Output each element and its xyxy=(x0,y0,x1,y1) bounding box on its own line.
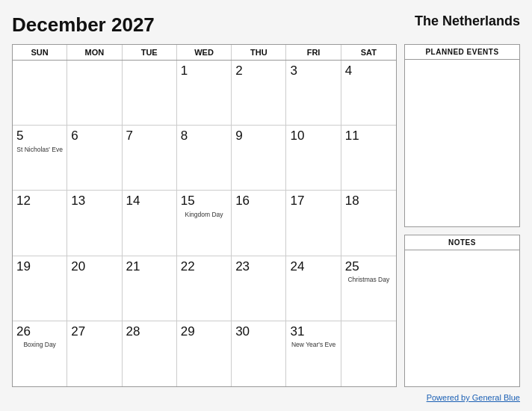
day-number: 25 xyxy=(345,259,359,274)
cal-cell: 24 xyxy=(286,256,341,321)
day-number: 17 xyxy=(290,194,304,208)
cal-cell xyxy=(67,61,122,126)
event-label: Kingdom Day xyxy=(181,211,227,218)
calendar-section: SUNMONTUEWEDTHUFRISAT 12345St Nicholas' … xyxy=(12,44,397,387)
day-number: 16 xyxy=(235,194,250,208)
day-number: 2 xyxy=(235,64,242,78)
day-number: 4 xyxy=(345,64,352,78)
cal-cell: 9 xyxy=(232,126,286,191)
day-headers: SUNMONTUEWEDTHUFRISAT xyxy=(13,45,396,61)
day-number: 24 xyxy=(290,259,304,274)
day-header-sat: SAT xyxy=(341,45,396,60)
notes-content xyxy=(405,250,519,386)
day-number: 6 xyxy=(71,129,78,143)
day-number: 30 xyxy=(235,324,250,339)
page: December 2027 The Netherlands SUNMONTUEW… xyxy=(0,0,532,411)
cal-cell: 5St Nicholas' Eve xyxy=(13,126,67,191)
cal-cell: 3 xyxy=(286,61,341,126)
day-number: 9 xyxy=(235,129,242,143)
day-header-wed: WED xyxy=(177,45,232,60)
day-number: 13 xyxy=(71,194,85,208)
cal-cell: 4 xyxy=(341,61,396,126)
cal-cell: 12 xyxy=(13,191,67,256)
day-number: 10 xyxy=(290,129,304,143)
cal-cell: 14 xyxy=(123,191,177,256)
day-header-thu: THU xyxy=(232,45,286,60)
day-number: 23 xyxy=(235,259,250,274)
footer: Powered by General Blue xyxy=(12,387,520,404)
main-area: SUNMONTUEWEDTHUFRISAT 12345St Nicholas' … xyxy=(12,44,520,387)
cal-cell: 26Boxing Day xyxy=(13,321,67,386)
month-title: December 2027 xyxy=(12,13,155,37)
cal-cell xyxy=(341,321,396,386)
cal-cell: 18 xyxy=(341,191,396,256)
day-number: 1 xyxy=(181,64,188,78)
cal-cell: 10 xyxy=(286,126,341,191)
cal-cell: 13 xyxy=(67,191,122,256)
cal-cell: 27 xyxy=(67,321,122,386)
day-number: 18 xyxy=(345,194,359,208)
planned-events-title: PLANNED EVENTS xyxy=(405,45,519,60)
country-title: The Netherlands xyxy=(415,13,520,29)
day-number: 12 xyxy=(16,194,31,208)
event-label: St Nicholas' Eve xyxy=(16,146,63,153)
cal-cell: 30 xyxy=(232,321,286,386)
event-label: Boxing Day xyxy=(16,341,63,348)
event-label: Christmas Day xyxy=(345,276,392,283)
day-number: 26 xyxy=(16,324,31,339)
cal-cell: 15Kingdom Day xyxy=(177,191,232,256)
notes-box: NOTES xyxy=(404,235,520,387)
day-number: 15 xyxy=(181,194,195,208)
powered-by-link[interactable]: Powered by General Blue xyxy=(427,393,520,402)
day-number: 29 xyxy=(181,324,195,339)
cal-cell: 22 xyxy=(177,256,232,321)
day-number: 28 xyxy=(126,324,140,339)
cal-cell: 17 xyxy=(286,191,341,256)
cal-cell xyxy=(123,61,177,126)
cal-cell xyxy=(13,61,67,126)
cal-cell: 28 xyxy=(123,321,177,386)
day-number: 14 xyxy=(126,194,140,208)
notes-title: NOTES xyxy=(405,235,519,250)
day-number: 21 xyxy=(126,259,140,274)
day-number: 3 xyxy=(290,64,297,78)
cal-cell: 25Christmas Day xyxy=(341,256,396,321)
cal-cell: 8 xyxy=(177,126,232,191)
cal-cell: 1 xyxy=(177,61,232,126)
day-number: 8 xyxy=(181,129,188,143)
day-number: 31 xyxy=(290,324,304,339)
cal-cell: 11 xyxy=(341,126,396,191)
day-header-mon: MON xyxy=(67,45,122,60)
day-header-fri: FRI xyxy=(286,45,341,60)
cal-cell: 16 xyxy=(232,191,286,256)
day-number: 20 xyxy=(71,259,85,274)
planned-events-content xyxy=(405,60,519,226)
day-number: 19 xyxy=(16,259,31,274)
cal-cell: 2 xyxy=(232,61,286,126)
day-number: 7 xyxy=(126,129,133,143)
event-label: New Year's Eve xyxy=(290,341,336,348)
calendar-grid: 12345St Nicholas' Eve6789101112131415Kin… xyxy=(13,61,396,386)
cal-cell: 31New Year's Eve xyxy=(286,321,341,386)
day-number: 27 xyxy=(71,324,85,339)
header-row: December 2027 The Netherlands xyxy=(12,13,520,37)
planned-events-box: PLANNED EVENTS xyxy=(404,44,520,227)
day-number: 11 xyxy=(345,129,359,143)
day-number: 5 xyxy=(16,129,23,143)
cal-cell: 21 xyxy=(123,256,177,321)
cal-cell: 6 xyxy=(67,126,122,191)
day-header-tue: TUE xyxy=(123,45,177,60)
day-header-sun: SUN xyxy=(13,45,67,60)
sidebar: PLANNED EVENTS NOTES xyxy=(404,44,520,387)
cal-cell: 19 xyxy=(13,256,67,321)
cal-cell: 20 xyxy=(67,256,122,321)
day-number: 22 xyxy=(181,259,195,274)
cal-cell: 23 xyxy=(232,256,286,321)
cal-cell: 7 xyxy=(123,126,177,191)
cal-cell: 29 xyxy=(177,321,232,386)
